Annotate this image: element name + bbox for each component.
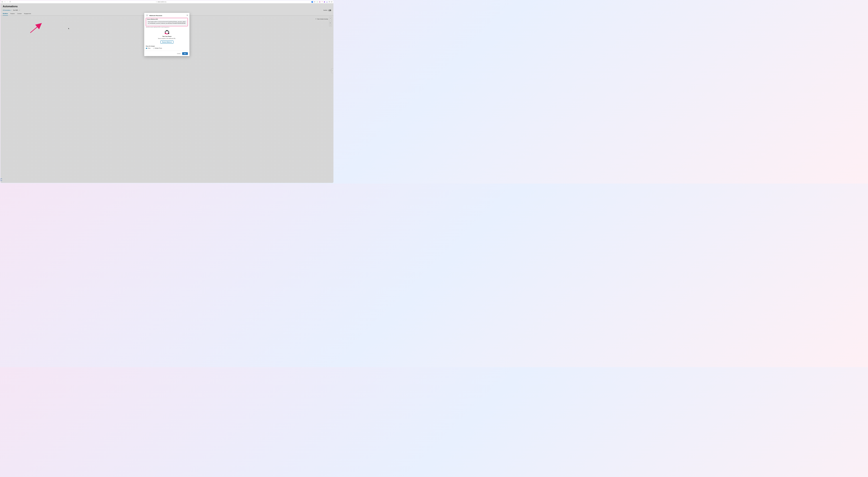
svg-point-14	[164, 33, 166, 34]
save-button[interactable]: Save	[182, 52, 188, 55]
svg-rect-9	[331, 1, 332, 2]
cancel-button[interactable]: Cancel	[177, 52, 181, 55]
extension-icon[interactable]	[316, 1, 318, 3]
sidebar-toggle-icon[interactable]	[2, 1, 3, 2]
back-icon[interactable]	[4, 1, 5, 2]
radio-icon	[146, 48, 147, 49]
browser-toolbar: wabot.waform.my	[0, 0, 333, 3]
forward-icon	[7, 1, 8, 2]
webhook-url-highlight: Custom Webhook URL https://wabot.waform.…	[146, 18, 188, 26]
panel-toggle-icon[interactable]	[331, 1, 332, 2]
runs-on-contact-label: Runs On Contact	[146, 46, 188, 47]
extension-icon[interactable]	[314, 1, 315, 3]
webhook-url-hint: Use this custom webhook URL to send requ…	[146, 27, 188, 28]
webhook-modal: Webhook Received Custom Webhook URL http…	[144, 13, 189, 56]
webhook-graphic-icon	[146, 29, 188, 35]
radio-multiple[interactable]: Multiple Times	[153, 48, 162, 49]
test-event-title: Test Your Event	[146, 36, 188, 37]
extension-icon[interactable]	[324, 1, 325, 3]
webhook-url-value[interactable]: https://wabot.waform.my/wp-json/autonami…	[147, 20, 187, 25]
extension-icon[interactable]	[319, 1, 320, 3]
extension-icon[interactable]	[321, 1, 323, 3]
link-icon	[156, 1, 157, 2]
close-icon	[186, 14, 188, 16]
svg-rect-0	[2, 1, 3, 2]
receive-webhook-button[interactable]: Receive Webhook	[160, 40, 174, 43]
reload-icon[interactable]	[9, 1, 11, 2]
webhook-modal-icon	[146, 14, 148, 17]
webhook-url-label: Custom Webhook URL	[147, 19, 187, 20]
svg-point-5	[319, 2, 320, 2]
svg-point-15	[168, 33, 169, 34]
modal-title: Webhook Received	[149, 15, 162, 16]
radio-icon	[153, 48, 154, 49]
extensions-menu-icon[interactable]	[329, 1, 330, 2]
radio-once[interactable]: Once	[146, 48, 150, 49]
svg-rect-7	[329, 1, 330, 2]
test-event-subtitle: Send a request to the webhook URL.	[146, 38, 188, 39]
svg-rect-2	[312, 2, 313, 2]
address-bar[interactable]: wabot.waform.my	[12, 1, 310, 2]
svg-point-13	[166, 30, 167, 31]
url-text: wabot.waform.my	[158, 1, 166, 2]
extension-icon[interactable]	[326, 1, 328, 3]
svg-point-3	[317, 1, 318, 2]
extension-icon[interactable]	[311, 1, 313, 3]
close-button[interactable]	[186, 14, 188, 17]
